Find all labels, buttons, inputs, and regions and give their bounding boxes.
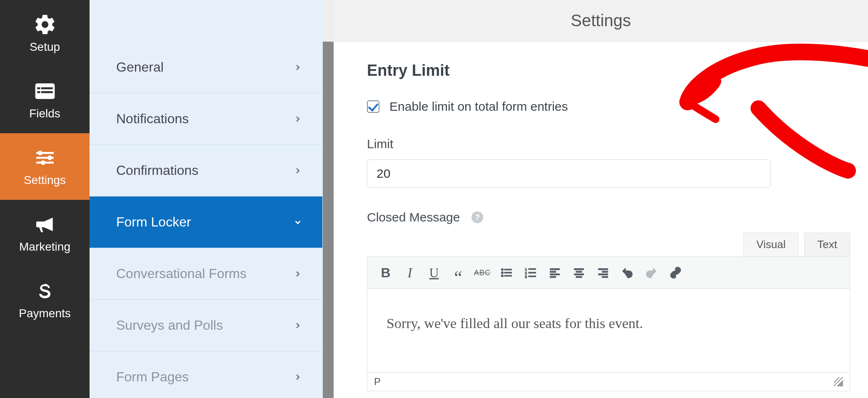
svg-point-6 [47, 155, 52, 160]
svg-rect-21 [550, 271, 556, 272]
toolbar-underline-button[interactable]: U [422, 261, 446, 284]
svg-rect-29 [602, 271, 608, 272]
nav-setup-label: Setup [30, 40, 60, 54]
subnav-form-pages[interactable]: Form Pages [90, 351, 322, 398]
closed-message-editor: B I U “ ABC 123 [367, 256, 850, 391]
toolbar-align-right-button[interactable] [591, 261, 615, 284]
svg-rect-24 [574, 269, 584, 270]
svg-rect-31 [602, 276, 608, 278]
svg-point-8 [501, 269, 504, 271]
chevron-right-icon [293, 114, 302, 124]
svg-rect-18 [529, 272, 536, 274]
svg-rect-4 [41, 91, 52, 93]
help-icon[interactable]: ? [471, 211, 483, 223]
align-center-icon [573, 266, 585, 279]
svg-rect-1 [37, 87, 40, 90]
toolbar-italic-button[interactable]: I [398, 261, 422, 284]
toolbar-bullet-list-button[interactable] [495, 261, 518, 284]
toolbar-align-center-button[interactable] [567, 261, 591, 284]
toolbar-redo-button[interactable] [640, 261, 663, 284]
bullet-list-icon [500, 266, 513, 279]
svg-rect-12 [504, 272, 512, 274]
svg-rect-25 [576, 271, 582, 272]
subnav-scrollbar[interactable] [323, 0, 334, 398]
nav-setup[interactable]: Setup [0, 0, 90, 67]
editor-status-path: P [374, 376, 381, 388]
svg-rect-17 [529, 269, 536, 270]
nav-payments[interactable]: Payments [0, 266, 90, 333]
page-title: Settings [571, 11, 631, 30]
page-header: Settings [334, 0, 868, 42]
chevron-right-icon [293, 166, 302, 175]
subnav-surveys-and-polls[interactable]: Surveys and Polls [90, 300, 322, 351]
svg-text:3: 3 [525, 275, 527, 279]
svg-rect-26 [574, 274, 584, 275]
list-icon [33, 80, 57, 103]
section-title-entry-limit: Entry Limit [367, 62, 835, 80]
bullhorn-icon [33, 213, 57, 236]
chevron-right-icon [293, 63, 302, 72]
nav-fields[interactable]: Fields [0, 67, 90, 133]
svg-rect-19 [529, 276, 536, 277]
svg-rect-13 [504, 275, 512, 276]
editor-tab-visual[interactable]: Visual [743, 233, 798, 256]
svg-point-7 [40, 160, 45, 165]
nav-marketing-label: Marketing [19, 240, 70, 254]
toolbar-strikethrough-button[interactable]: ABC [471, 261, 494, 284]
svg-rect-11 [504, 269, 512, 270]
subnav-conversational-forms[interactable]: Conversational Forms [90, 248, 322, 300]
subnav-spacer [90, 0, 322, 42]
chevron-right-icon [293, 269, 302, 279]
subnav-notifications[interactable]: Notifications [90, 93, 322, 145]
undo-icon [621, 266, 634, 279]
settings-subnav: GeneralNotificationsConfirmationsForm Lo… [90, 0, 323, 398]
subnav-confirmations[interactable]: Confirmations [90, 145, 322, 197]
enable-entry-limit-label: Enable limit on total form entries [389, 100, 568, 114]
subnav-general[interactable]: General [90, 42, 322, 93]
editor-tab-text[interactable]: Text [804, 233, 850, 256]
nav-payments-label: Payments [19, 307, 71, 320]
subnav-surveys-and-polls-label: Surveys and Polls [116, 318, 223, 333]
toolbar-numbered-list-button[interactable]: 123 [519, 261, 542, 284]
svg-rect-3 [41, 87, 52, 90]
limit-input[interactable] [367, 159, 771, 188]
toolbar-blockquote-button[interactable]: “ [446, 261, 470, 284]
chevron-down-icon [293, 218, 302, 227]
toolbar-bold-button[interactable]: B [374, 261, 397, 284]
enable-entry-limit-checkbox[interactable] [367, 100, 379, 113]
subnav-form-locker[interactable]: Form Locker [90, 197, 322, 248]
editor-toolbar: B I U “ ABC 123 [367, 257, 850, 289]
chevron-right-icon [293, 321, 302, 330]
toolbar-align-left-button[interactable] [543, 261, 566, 284]
chevron-right-icon [293, 373, 302, 382]
subnav-form-pages-label: Form Pages [116, 369, 189, 385]
nav-marketing[interactable]: Marketing [0, 200, 90, 266]
nav-fields-label: Fields [29, 107, 60, 120]
closed-message-label: Closed Message [367, 210, 460, 224]
nav-settings[interactable]: Settings [0, 133, 90, 200]
svg-rect-27 [576, 276, 582, 278]
toolbar-link-button[interactable] [664, 261, 687, 284]
limit-label: Limit [367, 137, 835, 151]
link-icon [669, 266, 682, 279]
align-right-icon [597, 266, 609, 279]
subnav-notifications-label: Notifications [116, 111, 189, 127]
redo-icon [645, 266, 658, 279]
svg-rect-20 [550, 269, 560, 270]
svg-rect-2 [37, 91, 40, 93]
editor-tabs: Visual Text [367, 233, 850, 256]
subnav-conversational-forms-label: Conversational Forms [116, 266, 247, 281]
svg-point-10 [501, 275, 504, 277]
editor-resize-handle[interactable] [834, 377, 843, 386]
toolbar-undo-button[interactable] [616, 261, 639, 284]
numbered-list-icon: 123 [524, 266, 537, 279]
enable-entry-limit-row[interactable]: Enable limit on total form entries [367, 100, 835, 114]
editor-content[interactable]: Sorry, we've filled all our seats for th… [367, 289, 850, 372]
svg-rect-28 [599, 269, 608, 270]
svg-point-9 [501, 272, 504, 274]
nav-settings-label: Settings [24, 174, 66, 187]
align-left-icon [549, 266, 561, 279]
subnav-confirmations-label: Confirmations [116, 163, 198, 178]
subnav-form-locker-label: Form Locker [116, 214, 191, 230]
gear-icon [33, 13, 57, 36]
